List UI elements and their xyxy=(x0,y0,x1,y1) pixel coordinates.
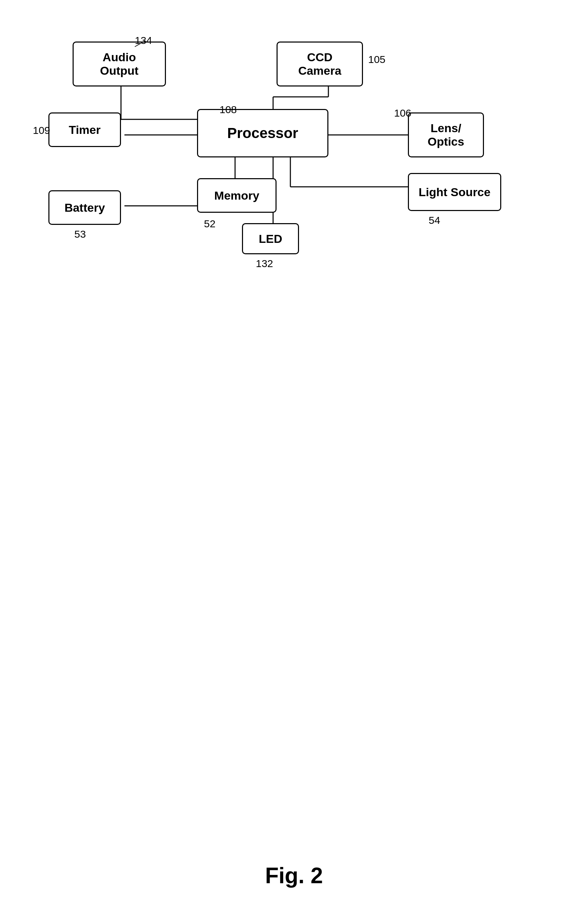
figure-label: Fig. 2 xyxy=(265,863,323,889)
led-ref: 132 xyxy=(256,258,273,269)
processor-label: Processor xyxy=(227,125,298,141)
memory-ref: 52 xyxy=(204,218,215,230)
ccd-camera-label: CCD Camera xyxy=(298,51,342,77)
ccd-camera-block: CCD Camera xyxy=(277,41,363,87)
light-source-block: Light Source xyxy=(408,173,501,211)
led-block: LED xyxy=(242,223,299,254)
lens-optics-block: Lens/ Optics xyxy=(408,112,484,158)
timer-block: Timer xyxy=(48,112,121,147)
processor-block: Processor xyxy=(197,109,328,158)
processor-ref: 108 xyxy=(219,104,237,115)
audio-output-block: Audio Output xyxy=(73,41,166,87)
timer-label: Timer xyxy=(69,123,101,137)
lens-optics-ref: 106 xyxy=(394,107,411,119)
memory-label: Memory xyxy=(214,189,259,202)
led-label: LED xyxy=(259,232,282,246)
battery-ref: 53 xyxy=(74,228,86,240)
light-source-label: Light Source xyxy=(419,186,491,199)
timer-ref: 109 xyxy=(33,125,50,136)
battery-block: Battery xyxy=(48,190,121,225)
lens-optics-label: Lens/ Optics xyxy=(427,122,464,148)
diagram: Audio Output 134 CCD Camera 105 Timer 10… xyxy=(28,21,560,367)
audio-output-ref: 134 xyxy=(135,34,152,46)
audio-output-label: Audio Output xyxy=(100,51,138,77)
memory-block: Memory xyxy=(197,178,277,213)
battery-label: Battery xyxy=(64,201,105,215)
light-source-ref: 54 xyxy=(429,215,440,226)
ccd-camera-ref: 105 xyxy=(368,54,385,66)
